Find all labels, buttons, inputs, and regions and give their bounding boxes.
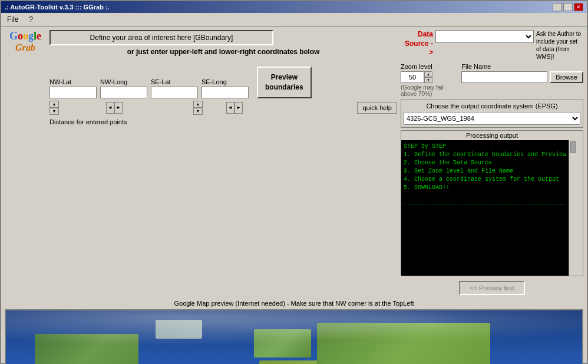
logo-area: Google Grab xyxy=(5,30,46,53)
output-console[interactable]: STEP by STEP 1. Define the coordinate bo… xyxy=(401,140,569,276)
main-window: .: AutoGR-Toolkit v.3.3 ::: GGrab :. _ □… xyxy=(0,0,588,364)
lr-left-1[interactable]: ◄ xyxy=(106,102,114,114)
zoom-spin-down[interactable]: ▼ xyxy=(424,77,432,83)
google-o2: o xyxy=(23,30,28,42)
land-greenland xyxy=(156,320,201,339)
nw-long-group: NW-Long xyxy=(100,78,147,98)
preview-first-button[interactable]: << Preview first xyxy=(459,281,525,295)
map-preview[interactable]: Google xyxy=(5,309,583,364)
epsg-title: Choose the output coordinate system (EPS… xyxy=(404,102,580,110)
nw-long-label: NW-Long xyxy=(100,78,147,85)
data-source-label: DataSource -> xyxy=(401,30,433,58)
preview-btn-line2: boundaries xyxy=(265,83,303,91)
land-asia xyxy=(317,323,490,364)
nw-long-input[interactable] xyxy=(100,87,147,98)
define-boundary-button[interactable]: Define your area of interest here [GBoun… xyxy=(49,30,273,45)
or-text: or just enter upper-left and lower-right… xyxy=(49,48,397,56)
lr-control-1: ◄ ► xyxy=(106,102,123,114)
epsg-section: Choose the output coordinate system (EPS… xyxy=(401,100,583,128)
file-group: File Name Browse xyxy=(461,63,583,83)
quick-help-button[interactable]: quick help xyxy=(357,102,397,114)
google-e: e xyxy=(37,30,41,42)
se-lat-group: SE-Lat xyxy=(151,78,198,98)
nw-lat-input[interactable] xyxy=(49,87,97,98)
se-lat-input[interactable] xyxy=(151,87,198,98)
zoom-spin-up[interactable]: ▲ xyxy=(424,71,432,77)
spin-control-2: ▲ ▼ xyxy=(193,101,203,115)
se-lat-label: SE-Lat xyxy=(151,78,198,85)
zoom-label: Zoom level xyxy=(401,63,457,70)
se-long-label: SE-Long xyxy=(201,78,249,85)
lr-left-2[interactable]: ◄ xyxy=(226,102,234,114)
se-long-group: SE-Long xyxy=(201,78,249,98)
menu-bar: File ? xyxy=(1,13,587,27)
middle-section: Google Map preview (Internet needed) - M… xyxy=(5,300,583,364)
spin-down-1[interactable]: ▼ xyxy=(49,108,59,115)
output-section: Processing output STEP by STEP 1. Define… xyxy=(401,130,583,276)
spin-down-2[interactable]: ▼ xyxy=(193,108,203,115)
google-o1: o xyxy=(18,30,23,42)
distance-row: Distance for entered points xyxy=(49,118,397,125)
nw-lat-label: NW-Lat xyxy=(49,78,97,85)
lr-right-2[interactable]: ► xyxy=(234,102,243,114)
distance-label: Distance for entered points xyxy=(49,118,127,125)
window-title: .: AutoGR-Toolkit v.3.3 ::: GGrab :. xyxy=(5,4,110,11)
lr-control-2: ◄ ► xyxy=(226,102,243,114)
minimize-button[interactable]: _ xyxy=(553,3,562,11)
grab-logo: Grab xyxy=(15,42,35,53)
se-long-input[interactable] xyxy=(201,87,249,98)
top-section: Google Grab Define your area of interest… xyxy=(5,30,583,297)
google-g: G xyxy=(9,30,18,42)
epsg-select[interactable]: 4326-GCS_WGS_1984 xyxy=(404,112,580,125)
title-bar: .: AutoGR-Toolkit v.3.3 ::: GGrab :. _ □… xyxy=(1,1,587,13)
maximize-button[interactable]: □ xyxy=(563,3,573,11)
data-source-row: DataSource -> Ask the Author to include … xyxy=(401,30,583,61)
file-name-label: File Name xyxy=(461,63,583,70)
map-area: Google Map preview (Internet needed) - M… xyxy=(5,300,583,364)
close-button[interactable]: ✕ xyxy=(574,3,583,11)
nw-lat-group: NW-Lat xyxy=(49,78,97,98)
center-area: Define your area of interest here [GBoun… xyxy=(49,30,397,125)
menu-help[interactable]: ? xyxy=(27,14,35,25)
google-g2: g xyxy=(28,30,34,42)
coord-row: NW-Lat NW-Long SE-Lat SE-Long xyxy=(49,58,397,98)
google-warn: (Google may fail above 70%) xyxy=(401,84,457,97)
zoom-input-row: ▲ ▼ xyxy=(401,71,457,83)
arrows-row: ▲ ▼ ◄ ► ▲ ▼ ◄ ► xyxy=(49,101,397,115)
preview-boundaries-button[interactable]: Preview boundaries xyxy=(257,67,312,98)
spin-control-1: ▲ ▼ xyxy=(49,101,59,115)
zoom-file-row: Zoom level ▲ ▼ (Google may fail above 70… xyxy=(401,63,583,97)
land-north-america xyxy=(35,334,138,364)
output-wrapper: STEP by STEP 1. Define the coordinate bo… xyxy=(401,140,583,276)
zoom-spin: ▲ ▼ xyxy=(424,71,432,83)
lr-right-1[interactable]: ► xyxy=(114,102,123,114)
google-logo: Google xyxy=(9,30,41,42)
output-title: Processing output xyxy=(401,131,583,140)
spin-up-2[interactable]: ▲ xyxy=(193,101,203,108)
menu-file[interactable]: File xyxy=(5,14,21,25)
zoom-group: Zoom level ▲ ▼ (Google may fail above 70… xyxy=(401,63,457,97)
file-name-input[interactable] xyxy=(461,71,547,83)
titlebar-buttons: _ □ ✕ xyxy=(553,3,583,11)
browse-button[interactable]: Browse xyxy=(550,71,583,83)
file-row: Browse xyxy=(461,71,583,83)
scrollbar-thumb xyxy=(570,141,576,153)
map-title: Google Map preview (Internet needed) - M… xyxy=(5,300,583,307)
data-source-select[interactable] xyxy=(435,30,534,43)
right-panel: DataSource -> Ask the Author to include … xyxy=(401,30,583,297)
output-scrollbar[interactable] xyxy=(569,140,577,276)
land-europe xyxy=(254,329,312,358)
zoom-input[interactable] xyxy=(401,71,424,83)
main-content: Google Grab Define your area of interest… xyxy=(1,27,587,364)
preview-btn-line1: Preview xyxy=(271,73,298,81)
spin-up-1[interactable]: ▲ xyxy=(49,101,59,108)
wms-note: Ask the Author to include your set of da… xyxy=(536,30,583,61)
